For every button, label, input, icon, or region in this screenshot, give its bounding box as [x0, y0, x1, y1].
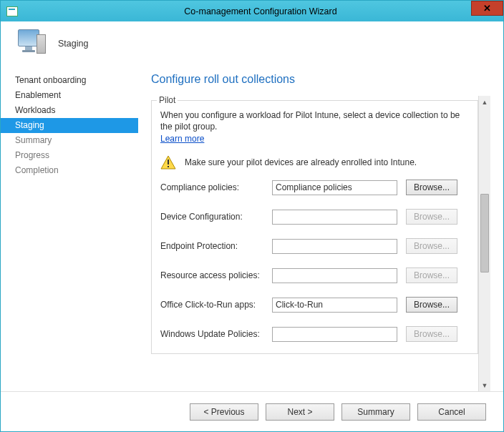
computer-icon	[16, 29, 48, 58]
form-row: Device Configuration:Browse...	[160, 209, 469, 225]
wizard-window: Co-management Configuration Wizard ✕ Sta…	[0, 0, 504, 432]
collection-input	[272, 327, 397, 342]
sidebar-step-staging[interactable]: Staging	[1, 118, 138, 133]
pilot-fieldset: Pilot When you configure a workload for …	[151, 100, 478, 354]
sidebar-step-workloads[interactable]: Workloads	[1, 103, 138, 118]
browse-button: Browse...	[406, 267, 457, 283]
form-row: Endpoint Protection:Browse...	[160, 238, 469, 254]
field-label: Windows Update Policies:	[160, 329, 272, 339]
field-label: Device Configuration:	[160, 212, 272, 222]
collection-input[interactable]	[272, 180, 397, 195]
main-title: Configure roll out collections	[151, 73, 490, 86]
svg-rect-2	[168, 166, 169, 167]
browse-button: Browse...	[406, 326, 457, 342]
titlebar: Co-management Configuration Wizard ✕	[1, 1, 503, 21]
previous-button[interactable]: < Previous	[190, 403, 258, 421]
wizard-body: Tenant onboardingEnablementWorkloadsStag…	[1, 66, 503, 391]
main-panel: Configure roll out collections Pilot Whe…	[138, 66, 503, 391]
sidebar-step-tenant-onboarding[interactable]: Tenant onboarding	[1, 73, 138, 88]
scroll-content: Pilot When you configure a workload for …	[151, 96, 478, 391]
warning-text: Make sure your pilot devices are already…	[185, 157, 417, 167]
learn-more-link[interactable]: Learn more	[160, 134, 204, 144]
close-button[interactable]: ✕	[471, 1, 503, 16]
app-icon	[6, 6, 18, 16]
collection-input	[272, 268, 397, 283]
step-sidebar: Tenant onboardingEnablementWorkloadsStag…	[1, 66, 138, 391]
cancel-button[interactable]: Cancel	[417, 403, 486, 421]
next-button[interactable]: Next >	[266, 403, 334, 421]
form-row: Windows Update Policies:Browse...	[160, 326, 469, 342]
form-row: Resource access policies:Browse...	[160, 267, 469, 283]
scroll-down-icon[interactable]: ▼	[479, 379, 490, 391]
field-label: Endpoint Protection:	[160, 241, 272, 251]
scroll-track[interactable]	[479, 108, 490, 379]
vertical-scrollbar[interactable]: ▲ ▼	[478, 96, 490, 391]
svg-rect-1	[168, 159, 169, 165]
pilot-intro: When you configure a workload for Pilot …	[160, 109, 469, 132]
window-title: Co-management Configuration Wizard	[18, 6, 503, 16]
field-label: Office Click-to-Run apps:	[160, 300, 272, 310]
warning-row: Make sure your pilot devices are already…	[160, 155, 469, 170]
wizard-footer: < Previous Next > Summary Cancel	[1, 391, 503, 431]
browse-button: Browse...	[406, 238, 457, 254]
sidebar-step-enablement[interactable]: Enablement	[1, 88, 138, 103]
sidebar-step-completion[interactable]: Completion	[1, 163, 138, 178]
collection-input	[272, 239, 397, 254]
sidebar-step-summary[interactable]: Summary	[1, 133, 138, 148]
form-row: Compliance policies:Browse...	[160, 180, 469, 195]
field-label: Compliance policies:	[160, 182, 272, 192]
summary-button[interactable]: Summary	[341, 403, 410, 421]
warning-icon	[160, 155, 176, 170]
browse-button[interactable]: Browse...	[406, 180, 457, 195]
scroll-area: Pilot When you configure a workload for …	[151, 96, 490, 391]
scroll-up-icon[interactable]: ▲	[479, 96, 490, 108]
wizard-header: Staging	[1, 21, 503, 66]
form-row: Office Click-to-Run apps:Browse...	[160, 297, 469, 313]
browse-button: Browse...	[406, 209, 457, 225]
content-area: Staging Tenant onboardingEnablementWorkl…	[1, 21, 503, 431]
field-label: Resource access policies:	[160, 270, 272, 280]
collection-input[interactable]	[272, 298, 397, 313]
scroll-thumb[interactable]	[480, 194, 489, 273]
collection-input	[272, 210, 397, 225]
pilot-legend: Pilot	[157, 96, 178, 105]
page-heading: Staging	[58, 39, 88, 49]
sidebar-step-progress[interactable]: Progress	[1, 148, 138, 163]
close-icon: ✕	[483, 3, 491, 14]
browse-button[interactable]: Browse...	[406, 297, 457, 313]
